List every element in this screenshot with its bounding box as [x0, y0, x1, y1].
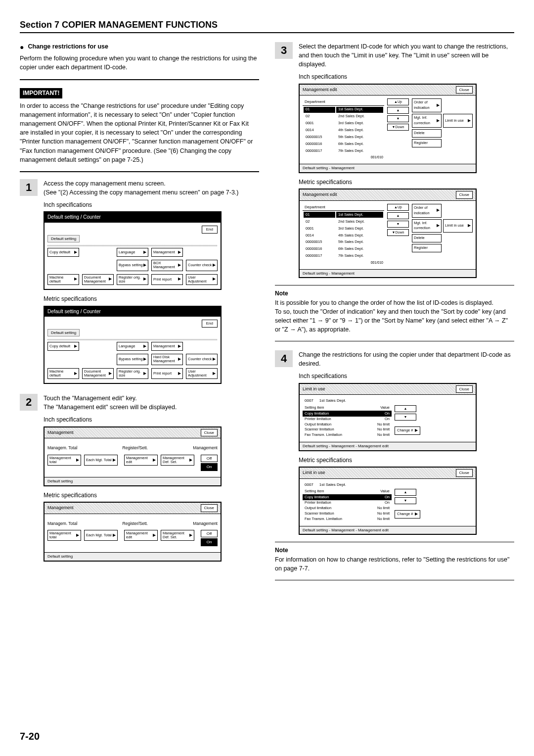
bullet-icon: ●	[20, 42, 24, 52]
btn-mgmt-edit[interactable]: Management edit▶	[124, 530, 158, 541]
btn-print-report[interactable]: Print report▶	[151, 274, 183, 285]
btn-copy-default[interactable]: Copy default▶	[47, 342, 79, 351]
left-column: ● Change restrictions for use Perform th…	[20, 42, 259, 582]
close-button[interactable]: Close	[456, 191, 473, 199]
btn-management[interactable]: Management▶	[151, 342, 183, 351]
divider	[275, 542, 514, 542]
btn-register[interactable]: Register	[412, 139, 442, 147]
btn-user-adjust[interactable]: User Adjustment▶	[186, 274, 218, 285]
btn-order[interactable]: Order of indication▶	[412, 98, 442, 112]
hdr-item: Setting item	[305, 489, 324, 494]
nav-down-arrow[interactable]: ▼	[387, 221, 409, 228]
footer-breadcrumb: Default setting - Management - Managemen…	[300, 526, 476, 534]
btn-delete[interactable]: Delete	[412, 129, 442, 138]
nav-down-arrow[interactable]: ▼	[395, 414, 416, 421]
btn-each-mgt[interactable]: Each Mgt. Total▶	[84, 455, 118, 466]
dept-name: 1st Sales Dept.	[319, 482, 346, 488]
nav-up-arrow[interactable]: ▲	[387, 212, 409, 219]
btn-language[interactable]: Language▶	[117, 248, 148, 257]
btn-machine-default[interactable]: Machine default▶	[47, 368, 79, 379]
close-button[interactable]: Close	[456, 385, 473, 393]
note-2-text: For information on how to change restric…	[275, 555, 514, 573]
toggle-off[interactable]: Off	[201, 530, 218, 538]
btn-bypass[interactable]: Bypass setting▶	[117, 354, 148, 365]
footer-breadcrumb: Default setting - Management	[300, 269, 476, 278]
note-1-text: It is possible for you to change the ord…	[275, 298, 514, 334]
btn-limit-use[interactable]: Limit in use▶	[443, 114, 473, 128]
nav-up-arrow[interactable]: ▲	[395, 489, 416, 496]
dept-table: 011st Sales Dept. 022nd Sales Dept. 0001…	[303, 106, 384, 155]
btn-register-orig[interactable]: Register orig. size▶	[117, 368, 148, 379]
step-1-text: Access the copy management menu screen. …	[44, 179, 259, 197]
dept-table: 011st Sales Dept. 022nd Sales Dept. 0001…	[303, 211, 384, 260]
btn-user-adjust[interactable]: User Adjustment▶	[186, 368, 218, 379]
btn-language[interactable]: Language▶	[117, 342, 148, 351]
btn-mgmt-def[interactable]: Management Def. Set.▶	[161, 455, 194, 466]
btn-mgt-inf[interactable]: Mgt. Inf. correction▶	[412, 219, 442, 233]
btn-mgt-inf[interactable]: Mgt. Inf. correction▶	[412, 114, 442, 128]
btn-mgmt-def[interactable]: Management Def. Set.▶	[161, 530, 194, 541]
right-column: 3 Select the department ID-code for whic…	[275, 42, 514, 582]
toggle-on[interactable]: On	[201, 463, 218, 471]
screen-title: Management	[47, 429, 74, 436]
nav-down[interactable]: ▼ Down	[387, 229, 409, 236]
btn-machine-default[interactable]: Machine default▶	[47, 274, 79, 285]
btn-hd-mgmt[interactable]: Hard Disk Management▶	[151, 354, 183, 365]
screen-title: Default setting / Counter	[44, 212, 221, 223]
btn-copy-default[interactable]: Copy default▶	[47, 248, 79, 257]
section-header: Section 7 COPIER MANAGEMENT FUNCTIONS	[20, 20, 514, 33]
btn-order[interactable]: Order of indication▶	[412, 204, 442, 218]
btn-mgmt-total[interactable]: Management total▶	[47, 530, 81, 541]
step-4-text: Change the restrictions for using the co…	[299, 350, 514, 368]
close-button[interactable]: Close	[201, 429, 218, 437]
end-button[interactable]: End	[202, 320, 218, 328]
nav-up[interactable]: ▲ Up	[387, 204, 409, 211]
btn-box-mgmt[interactable]: BOX Management▶	[151, 260, 183, 271]
dept-code: 0007	[305, 482, 313, 488]
btn-doc-mgmt[interactable]: Document Management▶	[82, 368, 114, 379]
close-button[interactable]: Close	[456, 86, 473, 94]
important-label: IMPORTANT!	[20, 88, 62, 98]
nav-up-arrow[interactable]: ▲	[387, 107, 409, 114]
screen-mgmt-edit-inch: Management edit Close Department 011st S…	[299, 84, 477, 173]
step-2-text: Touch the "Management edit" key. The "Ma…	[44, 394, 259, 412]
screen-limit-metric: Limit in use Close 0007 1st Sales Dept. …	[299, 467, 477, 535]
btn-counter-check[interactable]: Counter check▶	[186, 260, 218, 271]
btn-change[interactable]: Change #▶	[395, 510, 420, 519]
tab-default-setting[interactable]: Default setting	[47, 329, 80, 337]
btn-mgmt-edit[interactable]: Management edit▶	[124, 455, 158, 466]
toggle-off[interactable]: Off	[201, 455, 218, 463]
btn-mgmt-total[interactable]: Management total▶	[47, 455, 81, 466]
end-button[interactable]: End	[202, 226, 218, 234]
close-button[interactable]: Close	[456, 469, 473, 477]
btn-each-mgt[interactable]: Each Mgt. Total▶	[84, 530, 118, 541]
step-3-number: 3	[275, 42, 293, 59]
note-label: Note	[275, 546, 514, 555]
btn-change[interactable]: Change #▶	[395, 426, 420, 435]
nav-up-arrow[interactable]: ▲	[395, 405, 416, 412]
nav-up[interactable]: ▲ Up	[387, 98, 409, 105]
btn-bypass[interactable]: Bypass setting▶	[117, 260, 148, 271]
col-total: Managem. Total	[47, 519, 77, 528]
metric-spec-label: Metric specifications	[299, 178, 514, 187]
nav-down-arrow[interactable]: ▼	[395, 497, 416, 504]
btn-print-report[interactable]: Print report▶	[151, 368, 183, 379]
col-register: Register/Sett.	[123, 443, 148, 452]
btn-limit-use[interactable]: Limit in use▶	[443, 219, 473, 233]
nav-down-arrow[interactable]: ▼	[387, 115, 409, 122]
step-3-text: Select the department ID-code for which …	[299, 42, 514, 69]
close-button[interactable]: Close	[201, 504, 218, 512]
metric-spec-label: Metric specifications	[44, 491, 259, 500]
screen-default-metric: Default setting / Counter End Default se…	[44, 306, 222, 384]
btn-register[interactable]: Register	[412, 244, 442, 252]
nav-down[interactable]: ▼ Down	[387, 124, 409, 131]
toggle-on[interactable]: On	[201, 538, 218, 546]
dept-code: 0007	[305, 398, 313, 404]
btn-doc-mgmt[interactable]: Document Management▶	[82, 274, 114, 285]
important-text: In order to access the "Change restricti…	[20, 101, 259, 164]
btn-register-orig[interactable]: Register orig. size▶	[117, 274, 148, 285]
btn-counter-check[interactable]: Counter check▶	[186, 354, 218, 365]
btn-management[interactable]: Management▶	[151, 248, 183, 257]
btn-delete[interactable]: Delete	[412, 234, 442, 242]
tab-default-setting[interactable]: Default setting	[47, 235, 80, 243]
